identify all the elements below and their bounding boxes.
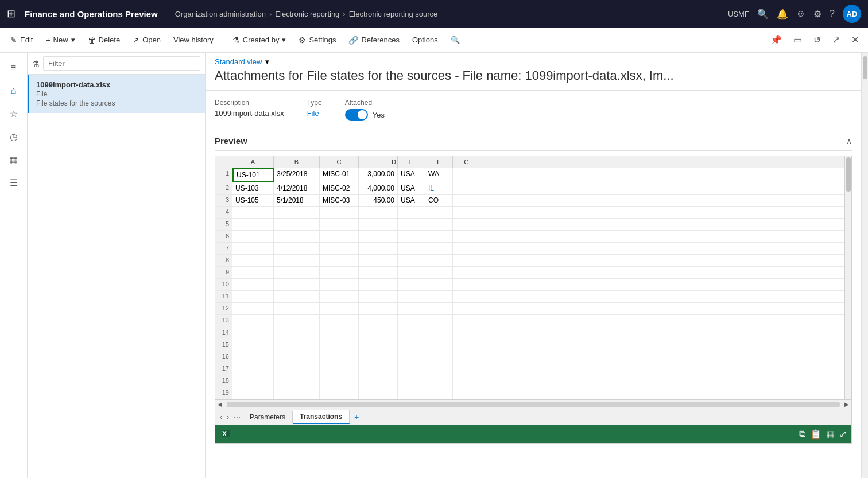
ss-cell-f12[interactable] xyxy=(425,303,453,314)
ss-cell-a18[interactable] xyxy=(232,375,274,387)
ss-cell-b10[interactable] xyxy=(274,279,320,290)
ss-cell-e11[interactable] xyxy=(398,291,425,302)
ss-cell-d1[interactable]: 3,000.00 xyxy=(359,168,398,182)
ss-cell-e19[interactable] xyxy=(398,387,425,399)
ss-data-row[interactable]: 6 xyxy=(215,231,851,243)
ss-cell-c3[interactable]: MISC-03 xyxy=(320,195,359,206)
ss-cell-f15[interactable] xyxy=(425,339,453,351)
ss-cell-g11[interactable] xyxy=(453,291,480,302)
list-item[interactable]: 1099import-data.xlsx File File states fo… xyxy=(28,75,205,113)
ss-cell-f5[interactable] xyxy=(425,219,453,230)
smiley-icon[interactable]: ☺ xyxy=(796,9,805,19)
ss-cell-c17[interactable] xyxy=(320,363,359,375)
sheet-tab-parameters[interactable]: Parameters xyxy=(243,411,293,423)
ss-cell-f7[interactable] xyxy=(425,243,453,254)
ss-cell-d12[interactable] xyxy=(359,303,398,314)
ss-cell-c11[interactable] xyxy=(320,291,359,302)
nav-workspaces[interactable]: ▦ xyxy=(3,149,24,170)
breadcrumb-source[interactable]: Electronic reporting source xyxy=(349,10,438,18)
ss-data-row[interactable]: 14 xyxy=(215,327,851,339)
close-icon[interactable]: ✕ xyxy=(847,31,863,49)
ss-cell-c5[interactable] xyxy=(320,219,359,230)
ss-cell-f8[interactable] xyxy=(425,255,453,266)
ss-cell-e18[interactable] xyxy=(398,375,425,387)
ss-cell-b12[interactable] xyxy=(274,303,320,314)
ss-cell-a12[interactable] xyxy=(232,303,274,314)
created-by-button[interactable]: ⚗ Created by ▾ xyxy=(227,33,292,47)
ss-data-row[interactable]: 8 xyxy=(215,255,851,267)
ss-cell-b11[interactable] xyxy=(274,291,320,302)
ss-cell-g12[interactable] xyxy=(453,303,480,314)
ss-cell-a16[interactable] xyxy=(232,351,274,363)
ss-cell-f19[interactable] xyxy=(425,387,453,399)
gear-icon[interactable]: ⚙ xyxy=(813,9,822,20)
ss-cell-a7[interactable] xyxy=(232,243,274,254)
ss-data-row[interactable]: 9 xyxy=(215,267,851,279)
ss-cell-e8[interactable] xyxy=(398,255,425,266)
ss-cell-e17[interactable] xyxy=(398,363,425,375)
ss-cell-a15[interactable] xyxy=(232,339,274,351)
ss-cell-e4[interactable] xyxy=(398,207,425,218)
ss-cell-b7[interactable] xyxy=(274,243,320,254)
breadcrumb-electronic-reporting[interactable]: Electronic reporting xyxy=(275,10,339,18)
nav-favorites[interactable]: ☆ xyxy=(3,103,24,124)
ss-scrollbar-vertical[interactable] xyxy=(844,156,851,399)
ss-data-row[interactable]: 17 xyxy=(215,363,851,375)
ss-cell-f10[interactable] xyxy=(425,279,453,290)
ss-cell-f4[interactable] xyxy=(425,207,453,218)
ss-cell-f3[interactable]: CO xyxy=(425,195,453,206)
ss-cell-b1[interactable]: 3/25/2018 xyxy=(274,168,320,182)
ss-cell-c9[interactable] xyxy=(320,267,359,278)
ss-data-row[interactable]: 13 xyxy=(215,315,851,327)
ss-cell-b13[interactable] xyxy=(274,315,320,327)
filter-input[interactable] xyxy=(43,56,200,71)
ss-cell-g18[interactable] xyxy=(453,375,480,387)
pin-icon[interactable]: 📌 xyxy=(766,31,786,49)
ss-cell-g13[interactable] xyxy=(453,315,480,327)
ss-cell-a11[interactable] xyxy=(232,291,274,302)
ss-data-row[interactable]: 19 xyxy=(215,387,851,399)
ss-cell-b3[interactable]: 5/1/2018 xyxy=(274,195,320,206)
ss-cell-a4[interactable] xyxy=(232,207,274,218)
ss-cell-g1[interactable] xyxy=(453,168,480,182)
ss-cell-b5[interactable] xyxy=(274,219,320,230)
breadcrumb-org-admin[interactable]: Organization administration xyxy=(175,10,266,18)
ss-cell-c13[interactable] xyxy=(320,315,359,327)
ss-cell-b9[interactable] xyxy=(274,267,320,278)
ss-cell-f6[interactable] xyxy=(425,231,453,242)
avatar[interactable]: AD xyxy=(843,5,861,23)
sheet-more-icon[interactable]: ⋯ xyxy=(231,413,243,421)
ss-cell-g19[interactable] xyxy=(453,387,480,399)
ss-data-row[interactable]: 11 xyxy=(215,291,851,303)
ss-cell-b4[interactable] xyxy=(274,207,320,218)
attached-toggle[interactable] xyxy=(345,109,368,121)
ss-cell-e6[interactable] xyxy=(398,231,425,242)
ss-cell-d6[interactable] xyxy=(359,231,398,242)
ss-cell-a5[interactable] xyxy=(232,219,274,230)
nav-hamburger[interactable]: ≡ xyxy=(3,57,24,78)
ss-cell-d8[interactable] xyxy=(359,255,398,266)
scroll-left-icon[interactable]: ◀ xyxy=(215,401,224,407)
ss-cell-b15[interactable] xyxy=(274,339,320,351)
type-value[interactable]: File xyxy=(307,109,322,118)
expand-icon[interactable]: ⤢ xyxy=(828,31,844,49)
ss-cell-c7[interactable] xyxy=(320,243,359,254)
ss-cell-e15[interactable] xyxy=(398,339,425,351)
ss-cell-f16[interactable] xyxy=(425,351,453,363)
excel-expand-icon[interactable]: ⤢ xyxy=(839,429,847,440)
view-history-button[interactable]: View history xyxy=(168,33,219,46)
ss-cell-c18[interactable] xyxy=(320,375,359,387)
ss-data-row[interactable]: 16 xyxy=(215,351,851,363)
panel-icon[interactable]: ▭ xyxy=(789,31,807,49)
nav-home[interactable]: ⌂ xyxy=(3,80,24,101)
ss-cell-g2[interactable] xyxy=(453,182,480,194)
ss-cell-c1[interactable]: MISC-01 xyxy=(320,168,359,182)
ss-cell-g6[interactable] xyxy=(453,231,480,242)
ss-cell-a9[interactable] xyxy=(232,267,274,278)
ss-cell-c10[interactable] xyxy=(320,279,359,290)
ss-cell-g4[interactable] xyxy=(453,207,480,218)
ss-cell-e7[interactable] xyxy=(398,243,425,254)
options-button[interactable]: Options xyxy=(406,33,444,46)
ss-cell-c6[interactable] xyxy=(320,231,359,242)
ss-cell-e13[interactable] xyxy=(398,315,425,327)
